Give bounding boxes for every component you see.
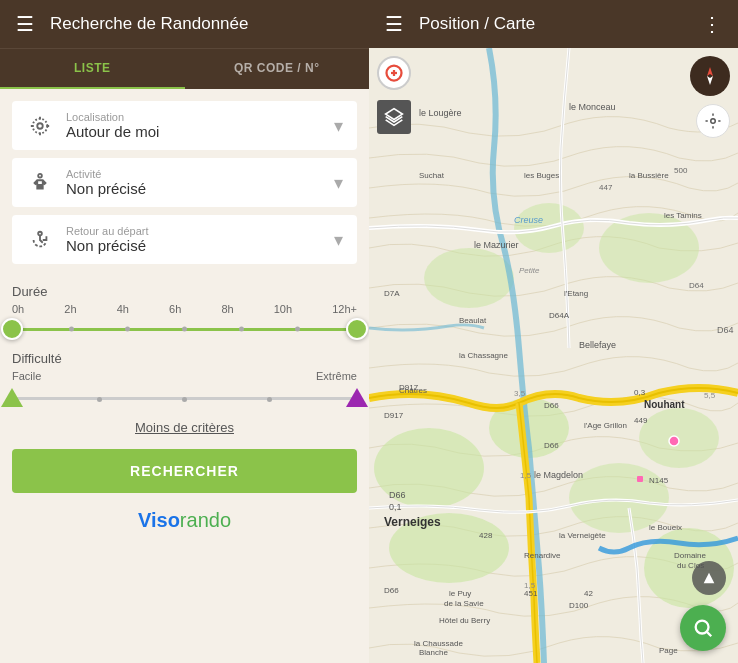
filter-activite[interactable]: Activité Non précisé ▾ [12, 158, 357, 207]
rechercher-button[interactable]: RECHERCHER [12, 449, 357, 493]
svg-text:0,1: 0,1 [389, 502, 402, 512]
filter-activite-arrow: ▾ [334, 172, 343, 194]
duration-thumb-left[interactable] [1, 318, 23, 340]
localisation-icon [26, 112, 54, 140]
filter-activite-label: Activité [66, 168, 322, 180]
duration-thumb-right[interactable] [346, 318, 368, 340]
tabs-bar: LISTE QR CODE / N° [0, 48, 369, 89]
dur-10h: 10h [274, 303, 292, 315]
right-title: Position / Carte [419, 14, 686, 34]
right-more-icon[interactable]: ⋮ [702, 12, 722, 36]
tab-qr[interactable]: QR CODE / N° [185, 49, 370, 89]
filters-list: Localisation Autour de moi ▾ Activité No… [0, 89, 369, 276]
svg-text:D64: D64 [717, 325, 734, 335]
filter-retour[interactable]: Retour au départ Non précisé ▾ [12, 215, 357, 264]
difficulty-dots [12, 397, 357, 402]
svg-text:447: 447 [599, 183, 613, 192]
svg-text:les Tamins: les Tamins [664, 211, 702, 220]
dur-6h: 6h [169, 303, 181, 315]
left-header: ☰ Recherche de Randonnée [0, 0, 369, 48]
svg-text:la Chaussade: la Chaussade [414, 639, 463, 648]
right-panel: ☰ Position / Carte ⋮ [369, 0, 738, 663]
map-svg[interactable]: le Lougère le Monceau la Bussière Suchat… [369, 48, 738, 663]
filter-retour-label: Retour au départ [66, 225, 322, 237]
svg-text:le Boueix: le Boueix [649, 523, 682, 532]
filter-retour-content: Retour au départ Non précisé [66, 225, 322, 254]
diff-dot-3 [182, 397, 187, 402]
logo-rando: rando [180, 509, 231, 531]
svg-text:Renardive: Renardive [524, 551, 561, 560]
svg-text:3,5: 3,5 [514, 389, 526, 398]
svg-text:Nouhant: Nouhant [644, 399, 685, 410]
moins-criteres-link[interactable]: Moins de critères [0, 414, 369, 441]
map-up-button[interactable] [692, 561, 726, 595]
left-panel: ☰ Recherche de Randonnée LISTE QR CODE /… [0, 0, 369, 663]
svg-text:la Chassagne: la Chassagne [459, 351, 508, 360]
right-menu-icon[interactable]: ☰ [385, 12, 403, 36]
svg-text:Petite: Petite [519, 266, 540, 275]
difficulty-thumb-left[interactable] [1, 388, 23, 407]
left-title: Recherche de Randonnée [50, 14, 248, 34]
svg-text:Verneiges: Verneiges [384, 515, 441, 529]
svg-point-0 [37, 123, 43, 129]
duration-slider-dots [12, 327, 357, 332]
svg-text:0,3: 0,3 [634, 388, 646, 397]
dot-2 [69, 327, 74, 332]
svg-text:D917: D917 [384, 411, 404, 420]
svg-text:Suchat: Suchat [419, 171, 445, 180]
svg-point-9 [639, 408, 719, 468]
filter-retour-arrow: ▾ [334, 229, 343, 251]
difficulty-thumb-right[interactable] [346, 388, 368, 407]
svg-text:500: 500 [674, 166, 688, 175]
map-layers-button[interactable] [377, 100, 411, 134]
duration-slider[interactable] [12, 319, 357, 339]
svg-text:451: 451 [524, 589, 538, 598]
filter-localisation[interactable]: Localisation Autour de moi ▾ [12, 101, 357, 150]
tab-liste[interactable]: LISTE [0, 49, 185, 89]
duration-section: Durée 0h 2h 4h 6h 8h 10h 12h+ [0, 276, 369, 343]
svg-point-2 [38, 173, 42, 177]
filter-localisation-value: Autour de moi [66, 123, 322, 140]
svg-text:N145: N145 [649, 476, 669, 485]
svg-point-68 [669, 436, 679, 446]
svg-text:le Magdelon: le Magdelon [534, 470, 583, 480]
dur-8h: 8h [221, 303, 233, 315]
svg-text:1,5: 1,5 [524, 581, 536, 590]
filter-localisation-arrow: ▾ [334, 115, 343, 137]
svg-text:5,5: 5,5 [704, 391, 716, 400]
retour-icon [26, 226, 54, 254]
right-header: ☰ Position / Carte ⋮ [369, 0, 738, 48]
map-compass-button[interactable] [690, 56, 730, 96]
svg-text:D100: D100 [569, 601, 589, 610]
svg-text:le Puy: le Puy [449, 589, 471, 598]
svg-text:D66: D66 [384, 586, 399, 595]
visorando-logo: Visorando [0, 501, 369, 540]
map-search-button[interactable] [680, 605, 726, 651]
map-location-button[interactable] [696, 104, 730, 138]
svg-text:de la Savie: de la Savie [444, 599, 484, 608]
duration-slider-bg [12, 328, 357, 331]
filter-localisation-label: Localisation [66, 111, 322, 123]
svg-text:D917: D917 [399, 383, 419, 392]
svg-line-78 [707, 632, 711, 636]
svg-point-76 [711, 119, 716, 124]
left-menu-icon[interactable]: ☰ [16, 12, 34, 36]
svg-text:la Bussière: la Bussière [629, 171, 669, 180]
filter-localisation-content: Localisation Autour de moi [66, 111, 322, 140]
filter-activite-value: Non précisé [66, 180, 322, 197]
difficulty-slider[interactable] [12, 386, 357, 410]
activite-icon [26, 169, 54, 197]
svg-text:Beaulat: Beaulat [459, 316, 487, 325]
svg-text:Domaine: Domaine [674, 551, 707, 560]
diff-label-right: Extrême [316, 370, 357, 382]
svg-point-12 [424, 248, 514, 308]
svg-text:428: 428 [479, 531, 493, 540]
duration-title: Durée [12, 284, 357, 299]
svg-text:l'Etang: l'Etang [564, 289, 588, 298]
dot-6 [295, 327, 300, 332]
dot-5 [239, 327, 244, 332]
map-plus-button[interactable] [377, 56, 411, 90]
diff-label-left: Facile [12, 370, 41, 382]
map-container: le Lougère le Monceau la Bussière Suchat… [369, 48, 738, 663]
svg-text:le Mazurier: le Mazurier [474, 240, 519, 250]
